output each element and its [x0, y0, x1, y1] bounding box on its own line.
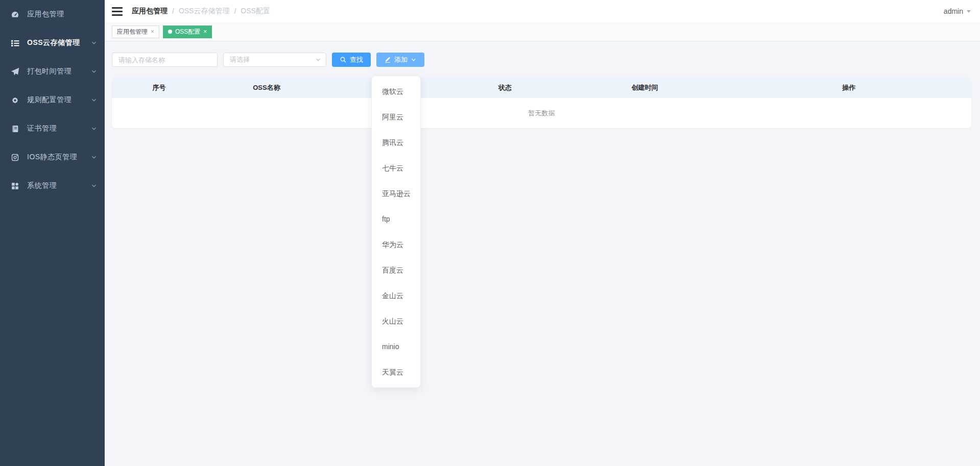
dropdown-item-ftp[interactable]: ftp	[372, 206, 420, 232]
add-dropdown-menu: 微软云 阿里云 腾讯云 七牛云 亚马逊云 ftp 华为云 百度云 金山云 火山云…	[371, 76, 421, 388]
add-button-label: 添加	[394, 55, 408, 64]
breadcrumb-item: OSS配置	[241, 7, 270, 16]
photo-icon	[11, 153, 19, 162]
dropdown-item-volcano[interactable]: 火山云	[372, 308, 420, 334]
sidebar: 应用包管理 OSS云存储管理 打包时间管理 规则配置管理	[0, 0, 105, 466]
sidebar-item-app-package[interactable]: 应用包管理	[0, 0, 105, 29]
column-header-oss-name: OSS名称	[206, 83, 327, 92]
oss-table: 序号 OSS名称 状态 创建时间 操作 暂无数据	[112, 78, 971, 128]
sidebar-item-label: 应用包管理	[27, 10, 98, 19]
empty-text: 暂无数据	[529, 109, 555, 118]
sidebar-item-label: 证书管理	[27, 124, 90, 133]
sidebar-item-ios-static-page[interactable]: IOS静态页管理	[0, 143, 105, 171]
chevron-down-icon	[90, 154, 98, 161]
sidebar-item-label: OSS云存储管理	[27, 38, 90, 47]
sidebar-item-pack-time[interactable]: 打包时间管理	[0, 57, 105, 86]
dropdown-item-huawei[interactable]: 华为云	[372, 232, 420, 257]
sidebar-item-certificate[interactable]: 证书管理	[0, 114, 105, 143]
grid-icon	[11, 182, 19, 190]
dropdown-item-microsoft[interactable]: 微软云	[372, 79, 420, 104]
column-header-status: 状态	[447, 83, 563, 92]
close-icon[interactable]: ×	[151, 29, 154, 35]
breadcrumb-item[interactable]: OSS云存储管理	[179, 7, 230, 16]
search-button-label: 查找	[350, 55, 363, 64]
dropdown-item-tencent[interactable]: 腾讯云	[372, 130, 420, 155]
dropdown-item-tianyi[interactable]: 天翼云	[372, 359, 420, 385]
app-window: 应用包管理 OSS云存储管理 打包时间管理 规则配置管理	[0, 0, 980, 466]
column-header-actions: 操作	[726, 83, 971, 92]
chevron-down-icon	[90, 68, 98, 75]
breadcrumb-item[interactable]: 应用包管理	[132, 7, 168, 16]
sidebar-item-oss-storage[interactable]: OSS云存储管理	[0, 29, 105, 57]
chevron-down-icon	[90, 96, 98, 104]
breadcrumb: 应用包管理 / OSS云存储管理 / OSS配置	[132, 7, 270, 16]
type-select[interactable]: 请选择	[223, 53, 326, 67]
dropdown-item-amazon[interactable]: 亚马逊云	[372, 181, 420, 206]
dashboard-icon	[11, 10, 19, 19]
main-area: 应用包管理 / OSS云存储管理 / OSS配置 admin 应用包管理 × O…	[105, 0, 980, 466]
tab-label: OSS配置	[175, 28, 200, 36]
filter-row: 请选择 查找 添加	[112, 53, 971, 67]
content-area: 请选择 查找 添加	[105, 41, 980, 466]
send-icon	[11, 67, 19, 76]
search-icon	[340, 56, 347, 63]
sidebar-item-system[interactable]: 系统管理	[0, 171, 105, 200]
chevron-down-icon	[90, 125, 98, 132]
chevron-down-icon	[90, 182, 98, 189]
dropdown-item-minio[interactable]: minio	[372, 334, 420, 359]
chevron-down-icon	[90, 39, 98, 46]
table-empty-row: 暂无数据	[112, 98, 971, 128]
add-dropdown-button[interactable]: 添加	[376, 53, 424, 67]
dropdown-item-aliyun[interactable]: 阿里云	[372, 104, 420, 130]
sidebar-item-label: IOS静态页管理	[27, 153, 90, 162]
close-icon[interactable]: ×	[203, 29, 207, 35]
table-header-row: 序号 OSS名称 状态 创建时间 操作	[112, 78, 971, 98]
dropdown-item-kingsoft[interactable]: 金山云	[372, 283, 420, 308]
chevron-down-icon	[411, 57, 417, 63]
chevron-down-icon	[315, 56, 322, 63]
storage-name-input[interactable]	[112, 53, 218, 67]
hamburger-icon[interactable]	[112, 7, 123, 16]
username: admin	[944, 7, 963, 15]
breadcrumb-separator: /	[234, 7, 236, 15]
sidebar-item-label: 系统管理	[27, 181, 90, 190]
tab-app-package[interactable]: 应用包管理 ×	[112, 26, 159, 38]
search-button[interactable]: 查找	[332, 53, 371, 67]
sidebar-item-rule-config[interactable]: 规则配置管理	[0, 86, 105, 114]
list-icon	[11, 39, 19, 47]
tags-view-bar: 应用包管理 × OSS配置 ×	[105, 22, 980, 41]
column-header-created-time: 创建时间	[563, 83, 727, 92]
top-header: 应用包管理 / OSS云存储管理 / OSS配置 admin	[105, 0, 980, 22]
tab-label: 应用包管理	[117, 28, 148, 36]
dropdown-item-qiniu[interactable]: 七牛云	[372, 155, 420, 181]
tab-oss-config[interactable]: OSS配置 ×	[163, 26, 212, 38]
sidebar-item-label: 规则配置管理	[27, 95, 90, 105]
certificate-book-icon	[11, 125, 19, 133]
gear-icon	[11, 96, 19, 105]
user-menu[interactable]: admin	[944, 7, 971, 15]
column-header-index: 序号	[112, 83, 206, 92]
active-dot	[168, 30, 172, 34]
sidebar-item-label: 打包时间管理	[27, 67, 90, 76]
caret-down-icon	[967, 10, 971, 13]
breadcrumb-separator: /	[172, 7, 174, 15]
select-placeholder: 请选择	[230, 55, 315, 64]
edit-pen-icon	[384, 56, 391, 63]
dropdown-item-baidu[interactable]: 百度云	[372, 257, 420, 283]
